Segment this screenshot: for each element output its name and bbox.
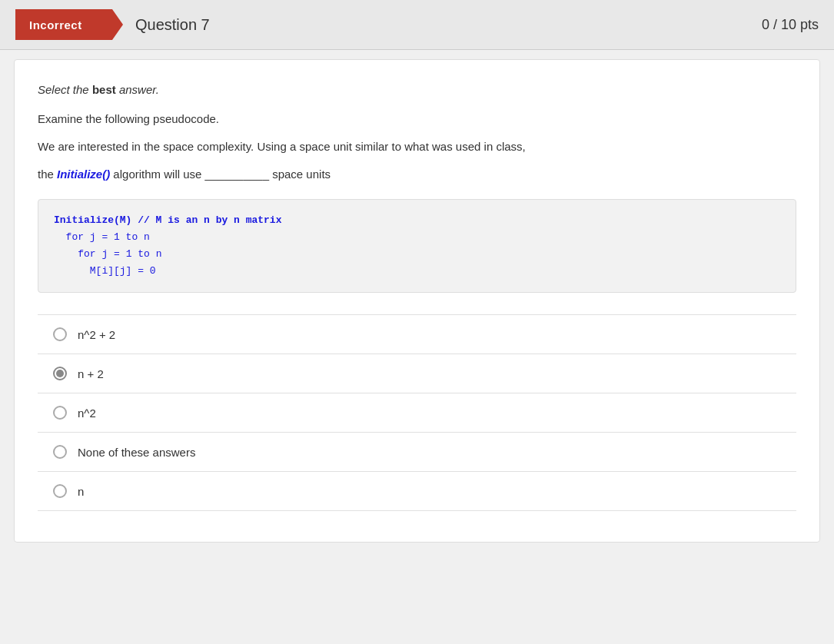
answer-label-d: None of these answers xyxy=(78,446,195,459)
paragraph2: We are interested in the space complexit… xyxy=(38,138,796,156)
radio-d[interactable] xyxy=(53,445,67,459)
answer-label-c: n^2 xyxy=(78,407,96,420)
answer-options: n^2 + 2 n + 2 n^2 None of these answers … xyxy=(38,314,796,511)
answer-option-e[interactable]: n xyxy=(38,472,796,511)
page-wrapper: Incorrect Question 7 0 / 10 pts Select t… xyxy=(0,0,834,644)
radio-e[interactable] xyxy=(53,484,67,498)
radio-b[interactable] xyxy=(53,367,67,380)
points: 0 / 10 pts xyxy=(762,17,819,33)
answer-label-e: n xyxy=(78,485,84,498)
answer-option-d[interactable]: None of these answers xyxy=(38,433,796,472)
code-line-4: M[i][j] = 0 xyxy=(54,263,780,280)
paragraph3-suffix: algorithm will use __________ space unit… xyxy=(110,168,331,181)
code-line-1: Initialize(M) // M is an n by n matrix xyxy=(54,212,780,229)
answer-label-b: n + 2 xyxy=(78,367,104,380)
instruction-text: Select the best answer. xyxy=(38,83,796,96)
paragraph1: Examine the following pseudocode. xyxy=(38,110,796,128)
radio-a[interactable] xyxy=(53,327,67,341)
paragraph3-prefix: the xyxy=(38,168,57,181)
answer-option-a[interactable]: n^2 + 2 xyxy=(38,314,796,354)
question-body: Select the best answer. Examine the foll… xyxy=(14,59,820,543)
code-line-3: for j = 1 to n xyxy=(54,246,780,263)
paragraph3: the Initialize() algorithm will use ____… xyxy=(38,165,796,184)
header-left: Incorrect Question 7 xyxy=(15,9,210,40)
instruction-bold: best xyxy=(92,83,116,96)
initialize-highlight: Initialize() xyxy=(57,168,110,181)
code-line-2: for j = 1 to n xyxy=(54,229,780,246)
answer-option-b[interactable]: n + 2 xyxy=(38,354,796,393)
answer-label-a: n^2 + 2 xyxy=(78,328,115,341)
incorrect-badge: Incorrect xyxy=(15,9,123,40)
question-header: Incorrect Question 7 0 / 10 pts xyxy=(0,0,834,50)
radio-c[interactable] xyxy=(53,406,67,420)
question-title: Question 7 xyxy=(135,16,210,34)
answer-option-c[interactable]: n^2 xyxy=(38,393,796,433)
code-block: Initialize(M) // M is an n by n matrix f… xyxy=(38,199,796,293)
